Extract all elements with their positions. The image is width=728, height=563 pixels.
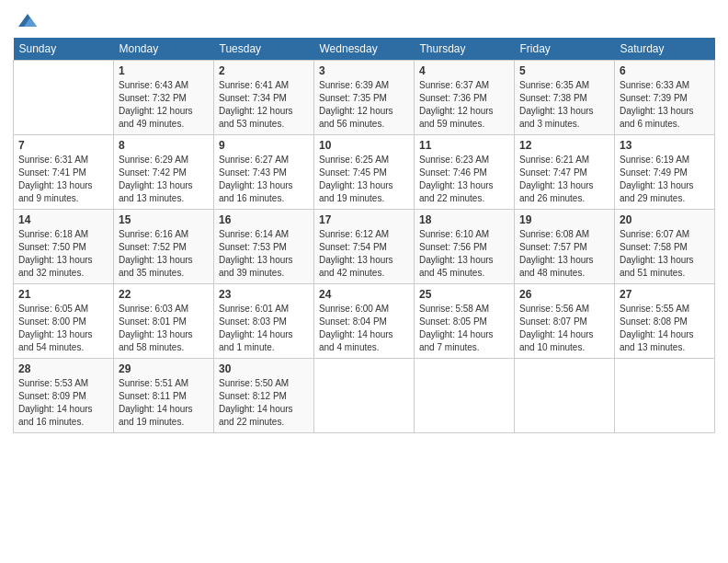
- day-info: Sunrise: 6:31 AMSunset: 7:41 PMDaylight:…: [18, 154, 108, 205]
- weekday-header-sunday: Sunday: [14, 38, 114, 61]
- calendar-cell: 28Sunrise: 5:53 AMSunset: 8:09 PMDayligh…: [14, 358, 114, 432]
- calendar-cell: 18Sunrise: 6:10 AMSunset: 7:56 PMDayligh…: [415, 209, 515, 283]
- day-info: Sunrise: 6:14 AMSunset: 7:53 PMDaylight:…: [219, 228, 309, 280]
- page-container: SundayMondayTuesdayWednesdayThursdayFrid…: [0, 0, 728, 442]
- day-info: Sunrise: 6:12 AMSunset: 7:54 PMDaylight:…: [319, 228, 409, 280]
- calendar-cell: 7Sunrise: 6:31 AMSunset: 7:41 PMDaylight…: [14, 134, 114, 209]
- day-number: 26: [519, 288, 609, 301]
- day-number: 22: [119, 288, 209, 301]
- calendar-cell: 4Sunrise: 6:37 AMSunset: 7:36 PMDaylight…: [415, 60, 515, 134]
- calendar-cell: 12Sunrise: 6:21 AMSunset: 7:47 PMDayligh…: [515, 134, 615, 209]
- calendar-cell: 11Sunrise: 6:23 AMSunset: 7:46 PMDayligh…: [415, 134, 515, 209]
- day-info: Sunrise: 6:35 AMSunset: 7:38 PMDaylight:…: [519, 79, 609, 131]
- day-number: 29: [119, 362, 209, 375]
- day-number: 14: [18, 213, 108, 226]
- calendar-cell: 1Sunrise: 6:43 AMSunset: 7:32 PMDaylight…: [114, 60, 214, 134]
- calendar-cell: 5Sunrise: 6:35 AMSunset: 7:38 PMDaylight…: [515, 60, 615, 134]
- day-info: Sunrise: 6:37 AMSunset: 7:36 PMDaylight:…: [419, 79, 509, 131]
- calendar-cell: 3Sunrise: 6:39 AMSunset: 7:35 PMDaylight…: [314, 60, 415, 134]
- day-info: Sunrise: 6:25 AMSunset: 7:45 PMDaylight:…: [319, 154, 409, 205]
- calendar-cell: 8Sunrise: 6:29 AMSunset: 7:42 PMDaylight…: [114, 134, 214, 209]
- day-info: Sunrise: 6:23 AMSunset: 7:46 PMDaylight:…: [419, 154, 509, 205]
- calendar-week-3: 14Sunrise: 6:18 AMSunset: 7:50 PMDayligh…: [14, 209, 715, 283]
- day-info: Sunrise: 6:39 AMSunset: 7:35 PMDaylight:…: [319, 79, 409, 131]
- day-number: 17: [319, 213, 409, 226]
- day-info: Sunrise: 6:41 AMSunset: 7:34 PMDaylight:…: [219, 79, 309, 131]
- weekday-header-thursday: Thursday: [415, 38, 515, 61]
- calendar-cell: 30Sunrise: 5:50 AMSunset: 8:12 PMDayligh…: [214, 358, 314, 432]
- day-info: Sunrise: 6:43 AMSunset: 7:32 PMDaylight:…: [119, 79, 209, 131]
- calendar-cell: 21Sunrise: 6:05 AMSunset: 8:00 PMDayligh…: [14, 283, 114, 358]
- calendar-cell: 10Sunrise: 6:25 AMSunset: 7:45 PMDayligh…: [314, 134, 415, 209]
- calendar-week-2: 7Sunrise: 6:31 AMSunset: 7:41 PMDaylight…: [14, 134, 715, 209]
- weekday-header-friday: Friday: [515, 38, 615, 61]
- day-info: Sunrise: 5:53 AMSunset: 8:09 PMDaylight:…: [18, 377, 108, 429]
- calendar-week-1: 1Sunrise: 6:43 AMSunset: 7:32 PMDaylight…: [14, 60, 715, 134]
- day-number: 3: [319, 64, 409, 77]
- day-number: 4: [419, 64, 509, 77]
- weekday-header-saturday: Saturday: [615, 38, 715, 61]
- calendar-week-4: 21Sunrise: 6:05 AMSunset: 8:00 PMDayligh…: [14, 283, 715, 358]
- calendar-cell: 25Sunrise: 5:58 AMSunset: 8:05 PMDayligh…: [415, 283, 515, 358]
- calendar-header: SundayMondayTuesdayWednesdayThursdayFrid…: [14, 38, 715, 61]
- day-number: 28: [18, 362, 108, 375]
- day-number: 5: [519, 64, 609, 77]
- calendar-cell: [415, 358, 515, 432]
- calendar-cell: 9Sunrise: 6:27 AMSunset: 7:43 PMDaylight…: [214, 134, 314, 209]
- day-number: 30: [219, 362, 309, 375]
- weekday-header-monday: Monday: [114, 38, 214, 61]
- day-info: Sunrise: 6:01 AMSunset: 8:03 PMDaylight:…: [219, 303, 309, 354]
- calendar-cell: 6Sunrise: 6:33 AMSunset: 7:39 PMDaylight…: [615, 60, 715, 134]
- day-number: 23: [219, 288, 309, 301]
- calendar-cell: 19Sunrise: 6:08 AMSunset: 7:57 PMDayligh…: [515, 209, 615, 283]
- calendar-cell: 26Sunrise: 5:56 AMSunset: 8:07 PMDayligh…: [515, 283, 615, 358]
- day-number: 25: [419, 288, 509, 301]
- day-info: Sunrise: 6:08 AMSunset: 7:57 PMDaylight:…: [519, 228, 609, 280]
- day-info: Sunrise: 6:16 AMSunset: 7:52 PMDaylight:…: [119, 228, 209, 280]
- calendar-cell: 16Sunrise: 6:14 AMSunset: 7:53 PMDayligh…: [214, 209, 314, 283]
- day-number: 27: [620, 288, 710, 301]
- day-number: 10: [319, 139, 409, 152]
- day-info: Sunrise: 6:33 AMSunset: 7:39 PMDaylight:…: [620, 79, 710, 131]
- day-info: Sunrise: 6:03 AMSunset: 8:01 PMDaylight:…: [119, 303, 209, 354]
- calendar-cell: 13Sunrise: 6:19 AMSunset: 7:49 PMDayligh…: [615, 134, 715, 209]
- day-number: 16: [219, 213, 309, 226]
- calendar-cell: 29Sunrise: 5:51 AMSunset: 8:11 PMDayligh…: [114, 358, 214, 432]
- calendar-cell: 17Sunrise: 6:12 AMSunset: 7:54 PMDayligh…: [314, 209, 415, 283]
- day-info: Sunrise: 5:58 AMSunset: 8:05 PMDaylight:…: [419, 303, 509, 354]
- logo: [13, 9, 40, 29]
- calendar-table: SundayMondayTuesdayWednesdayThursdayFrid…: [13, 38, 715, 433]
- calendar-cell: 27Sunrise: 5:55 AMSunset: 8:08 PMDayligh…: [615, 283, 715, 358]
- day-number: 7: [18, 139, 108, 152]
- day-info: Sunrise: 6:10 AMSunset: 7:56 PMDaylight:…: [419, 228, 509, 280]
- calendar-cell: [314, 358, 415, 432]
- calendar-cell: [615, 358, 715, 432]
- calendar-week-5: 28Sunrise: 5:53 AMSunset: 8:09 PMDayligh…: [14, 358, 715, 432]
- day-info: Sunrise: 6:29 AMSunset: 7:42 PMDaylight:…: [119, 154, 209, 205]
- day-info: Sunrise: 6:07 AMSunset: 7:58 PMDaylight:…: [620, 228, 710, 280]
- calendar-cell: 14Sunrise: 6:18 AMSunset: 7:50 PMDayligh…: [14, 209, 114, 283]
- weekday-header-row: SundayMondayTuesdayWednesdayThursdayFrid…: [14, 38, 715, 61]
- day-info: Sunrise: 6:21 AMSunset: 7:47 PMDaylight:…: [519, 154, 609, 205]
- calendar-cell: 23Sunrise: 6:01 AMSunset: 8:03 PMDayligh…: [214, 283, 314, 358]
- day-info: Sunrise: 6:00 AMSunset: 8:04 PMDaylight:…: [319, 303, 409, 354]
- calendar-cell: [14, 60, 114, 134]
- day-number: 6: [620, 64, 710, 77]
- calendar-cell: 20Sunrise: 6:07 AMSunset: 7:58 PMDayligh…: [615, 209, 715, 283]
- calendar-cell: 24Sunrise: 6:00 AMSunset: 8:04 PMDayligh…: [314, 283, 415, 358]
- day-number: 24: [319, 288, 409, 301]
- day-info: Sunrise: 5:56 AMSunset: 8:07 PMDaylight:…: [519, 303, 609, 354]
- day-number: 19: [519, 213, 609, 226]
- day-info: Sunrise: 6:27 AMSunset: 7:43 PMDaylight:…: [219, 154, 309, 205]
- day-number: 12: [519, 139, 609, 152]
- logo-icon: [15, 10, 40, 30]
- calendar-cell: 2Sunrise: 6:41 AMSunset: 7:34 PMDaylight…: [214, 60, 314, 134]
- day-number: 15: [119, 213, 209, 226]
- day-info: Sunrise: 5:50 AMSunset: 8:12 PMDaylight:…: [219, 377, 309, 429]
- day-info: Sunrise: 5:55 AMSunset: 8:08 PMDaylight:…: [620, 303, 710, 354]
- day-info: Sunrise: 5:51 AMSunset: 8:11 PMDaylight:…: [119, 377, 209, 429]
- page-header: [13, 9, 715, 29]
- day-number: 11: [419, 139, 509, 152]
- calendar-cell: 15Sunrise: 6:16 AMSunset: 7:52 PMDayligh…: [114, 209, 214, 283]
- weekday-header-tuesday: Tuesday: [214, 38, 314, 61]
